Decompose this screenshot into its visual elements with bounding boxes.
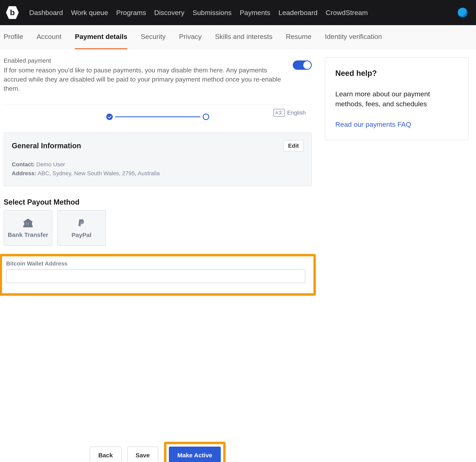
step-2-current-icon [203,114,209,120]
save-button[interactable]: Save [127,447,158,462]
language-icon: A文 [273,109,285,117]
general-info-card: General Information Edit Contact: Demo U… [4,132,312,186]
contact-label: Contact: [12,161,35,168]
enable-payment-title: Enabled payment [4,57,283,64]
payout-bank-transfer[interactable]: Bank Transfer [4,210,52,246]
enable-payment-desc: If for some reason you'd like to pause p… [4,66,283,93]
nav-payments[interactable]: Payments [240,9,270,17]
tab-identity[interactable]: Identity verification [325,25,382,49]
nav-discovery[interactable]: Discovery [154,9,184,17]
payout-section-title: Select Payout Method [4,198,312,206]
nav-submissions[interactable]: Submissions [193,9,232,17]
payout-methods: Bank Transfer PayPal [4,210,312,246]
help-box: Need help? Learn more about our payment … [325,57,469,140]
svg-rect-6 [24,226,32,227]
bitcoin-wallet-input[interactable] [6,269,305,283]
address-row: Address: ABC, Sydney, New South Wales, 2… [12,169,304,178]
settings-tabs: Profile Account Payment details Security… [0,25,476,49]
help-sidebar: Need help? Learn more about our payment … [325,57,469,462]
paypal-icon [76,218,87,229]
payout-bank-label: Bank Transfer [8,231,48,238]
address-value: ABC, Sydney, New South Wales, 2795, Aust… [38,170,160,176]
nav-dashboard[interactable]: Dashboard [29,9,63,17]
nav-links: Dashboard Work queue Programs Discovery … [29,9,450,17]
tab-payment-details[interactable]: Payment details [75,25,127,49]
edit-button[interactable]: Edit [283,140,304,152]
step-1-done-icon [106,114,113,120]
general-info-title: General Information [12,142,81,150]
contact-value: Demo User [36,161,65,168]
tab-account[interactable]: Account [36,25,61,49]
make-active-highlight: Make Active [164,442,226,462]
make-active-button[interactable]: Make Active [169,447,221,462]
footer-actions: Back Save Make Active [4,442,312,462]
avatar[interactable] [458,8,468,17]
language-label: English [287,110,306,116]
nav-crowdstream[interactable]: CrowdStream [326,9,368,17]
nav-leaderboard[interactable]: Leaderboard [279,9,318,17]
divider [4,104,312,104]
svg-rect-2 [25,222,26,225]
tab-profile[interactable]: Profile [4,25,23,49]
language-selector[interactable]: A文 English [273,109,306,117]
nav-programs[interactable]: Programs [116,9,146,17]
tab-resume[interactable]: Resume [286,25,312,49]
help-faq-link[interactable]: Read our payments FAQ [335,120,411,128]
help-title: Need help? [335,69,458,78]
enable-payment-row: Enabled payment If for some reason you'd… [4,57,312,93]
payout-paypal[interactable]: PayPal [57,210,106,246]
contact-row: Contact: Demo User [12,160,304,169]
back-button[interactable]: Back [90,447,121,462]
enable-payment-toggle[interactable] [293,60,312,70]
page-body: Enabled payment If for some reason you'd… [0,49,476,462]
bitcoin-wallet-label: Bitcoin Wallet Address [6,260,305,267]
bank-icon [22,218,34,229]
payout-paypal-label: PayPal [72,232,91,239]
step-line [115,116,200,117]
address-label: Address: [12,170,36,176]
main-column: Enabled payment If for some reason you'd… [4,57,312,462]
svg-text:b: b [10,8,15,17]
tab-skills[interactable]: Skills and interests [215,25,272,49]
svg-rect-4 [29,222,30,225]
toggle-knob [303,61,311,69]
nav-work-queue[interactable]: Work queue [71,9,108,17]
top-nav: b Dashboard Work queue Programs Discover… [0,0,476,25]
svg-rect-3 [27,222,28,225]
svg-rect-5 [31,222,32,225]
progress-stepper [106,114,209,120]
help-text: Learn more about our payment methods, fe… [335,89,458,109]
stepper-row: A文 English [4,110,312,124]
tab-privacy[interactable]: Privacy [179,25,202,49]
bitcoin-wallet-highlight: Bitcoin Wallet Address [0,254,316,296]
enable-payment-text: Enabled payment If for some reason you'd… [4,57,283,93]
logo[interactable]: b [4,5,21,20]
tab-security[interactable]: Security [141,25,166,49]
